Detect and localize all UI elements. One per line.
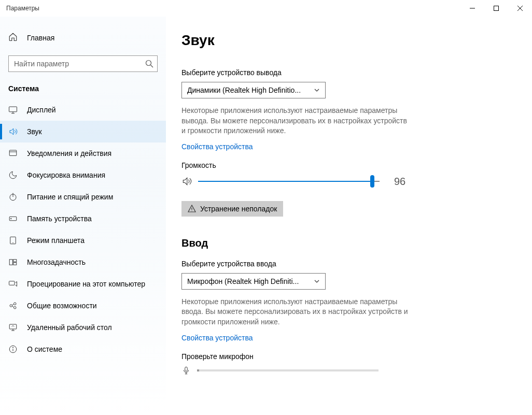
output-properties-link[interactable]: Свойства устройства — [181, 142, 253, 151]
sidebar-item-shared[interactable]: Общие возможности — [0, 295, 166, 317]
input-device-value: Микрофон (Realtek High Definiti... — [187, 277, 314, 285]
svg-rect-6 — [9, 107, 17, 112]
svg-point-4 — [146, 61, 151, 66]
sidebar-item-label: О системе — [27, 345, 62, 353]
input-heading: Ввод — [181, 237, 511, 249]
search-box — [8, 55, 158, 72]
mic-test-row — [181, 366, 511, 375]
home-icon — [8, 32, 18, 43]
mic-test-label: Проверьте микрофон — [181, 352, 511, 361]
sidebar-item-label: Многозадачность — [27, 258, 86, 266]
search-icon — [145, 60, 153, 68]
troubleshoot-button[interactable]: Устранение неполадок — [181, 201, 283, 217]
minimize-icon — [470, 6, 475, 11]
project-icon — [8, 279, 18, 289]
svg-rect-9 — [9, 150, 17, 156]
input-properties-link[interactable]: Свойства устройства — [181, 334, 253, 342]
minimize-button[interactable] — [460, 0, 484, 17]
mic-level-bar — [197, 369, 379, 371]
sidebar-item-storage[interactable]: Память устройства — [0, 208, 166, 230]
svg-point-21 — [10, 305, 12, 307]
output-device-value: Динамики (Realtek High Definitio... — [187, 86, 314, 94]
chevron-down-icon — [314, 87, 320, 93]
power-icon — [8, 192, 18, 202]
titlebar: Параметры — [0, 0, 532, 17]
window-title: Параметры — [6, 5, 460, 12]
svg-rect-1 — [494, 6, 499, 11]
sidebar-item-label: Режим планшета — [27, 236, 85, 245]
svg-point-23 — [14, 307, 17, 309]
storage-icon — [8, 214, 18, 223]
maximize-icon — [494, 6, 499, 11]
sidebar-item-label: Питание и спящий режим — [27, 193, 113, 201]
sidebar-item-project[interactable]: Проецирование на этот компьютер — [0, 273, 166, 295]
window-controls — [460, 0, 532, 17]
notifications-icon — [8, 149, 18, 158]
close-icon — [517, 6, 523, 11]
focus-icon — [8, 170, 18, 180]
sidebar-item-notifications[interactable]: Уведомления и действия — [0, 142, 166, 164]
volume-slider-row: 96 — [181, 176, 511, 188]
svg-rect-20 — [9, 281, 15, 285]
svg-point-14 — [11, 218, 12, 219]
svg-point-22 — [14, 303, 17, 305]
sidebar-item-label: Фокусировка внимания — [27, 171, 105, 179]
search-input[interactable] — [8, 55, 158, 72]
close-button[interactable] — [508, 0, 532, 17]
svg-rect-19 — [13, 263, 17, 265]
svg-rect-32 — [185, 367, 188, 371]
input-select-label: Выберите устройства ввода — [181, 260, 511, 268]
volume-label: Громкость — [181, 161, 511, 169]
svg-point-29 — [12, 347, 13, 348]
output-device-dropdown[interactable]: Динамики (Realtek High Definitio... — [181, 82, 326, 98]
home-label: Главная — [27, 34, 54, 42]
home-link[interactable]: Главная — [0, 27, 166, 48]
sidebar-item-label: Память устройства — [27, 214, 92, 223]
sidebar-item-label: Дисплей — [27, 106, 56, 114]
sidebar-item-about[interactable]: О системе — [0, 338, 166, 360]
sidebar-item-focus[interactable]: Фокусировка внимания — [0, 164, 166, 186]
warning-icon — [188, 205, 196, 213]
category-header: Система — [0, 81, 166, 99]
troubleshoot-label: Устранение неполадок — [200, 205, 277, 213]
sidebar-item-label: Общие возможности — [27, 302, 97, 310]
sidebar-item-label: Звук — [27, 127, 42, 136]
input-help-text: Некоторые приложения используют настраив… — [181, 297, 410, 327]
page-title: Звук — [181, 32, 511, 49]
input-device-dropdown[interactable]: Микрофон (Realtek High Definiti... — [181, 273, 326, 290]
sidebar-item-label: Уведомления и действия — [27, 149, 111, 158]
shared-icon — [8, 301, 18, 310]
svg-rect-26 — [9, 324, 17, 329]
volume-slider[interactable] — [198, 181, 380, 182]
microphone-icon — [181, 366, 191, 375]
tablet-icon — [8, 236, 18, 245]
about-icon — [8, 345, 18, 354]
svg-line-24 — [12, 304, 14, 305]
chevron-down-icon — [314, 278, 320, 284]
output-help-text: Некоторые приложения используют настраив… — [181, 106, 410, 136]
svg-line-5 — [151, 65, 153, 68]
remote-icon — [8, 323, 18, 332]
svg-line-25 — [12, 306, 14, 307]
multitask-icon — [8, 257, 18, 267]
svg-rect-18 — [13, 260, 17, 262]
volume-value: 96 — [394, 176, 405, 188]
output-select-label: Выберите устройство вывода — [181, 68, 511, 77]
sidebar-item-display[interactable]: Дисплей — [0, 99, 166, 121]
display-icon — [8, 105, 18, 115]
sound-icon — [8, 127, 18, 136]
maximize-button[interactable] — [484, 0, 508, 17]
content: Звук Выберите устройство вывода Динамики… — [166, 17, 532, 415]
sidebar-item-sound[interactable]: Звук — [0, 121, 166, 142]
sidebar-item-label: Удаленный рабочий стол — [27, 323, 112, 332]
sidebar-item-multitask[interactable]: Многозадачность — [0, 251, 166, 273]
sidebar-item-tablet[interactable]: Режим планшета — [0, 230, 166, 251]
sidebar: Главная Система ДисплейЗвукУведомления и… — [0, 17, 166, 415]
sidebar-item-power[interactable]: Питание и спящий режим — [0, 186, 166, 208]
sidebar-item-remote[interactable]: Удаленный рабочий стол — [0, 317, 166, 338]
speaker-icon — [181, 176, 192, 187]
svg-point-31 — [191, 210, 192, 211]
svg-rect-17 — [9, 260, 12, 265]
sidebar-item-label: Проецирование на этот компьютер — [27, 280, 145, 288]
